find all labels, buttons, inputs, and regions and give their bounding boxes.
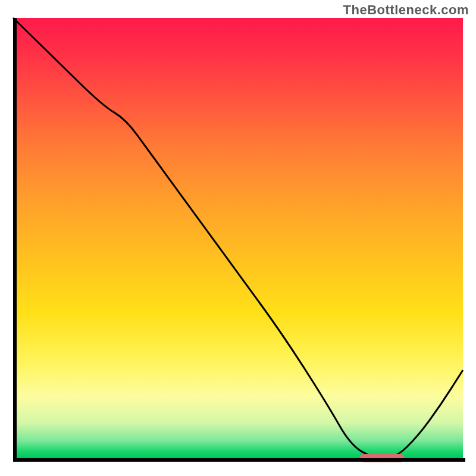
plot-area: [13, 18, 463, 458]
x-axis: [13, 458, 465, 462]
bottleneck-curve-path: [13, 18, 463, 458]
watermark-text: TheBottleneck.com: [343, 2, 469, 18]
curve-layer: [13, 18, 463, 458]
bottleneck-chart: TheBottleneck.com: [0, 0, 476, 476]
y-axis: [13, 18, 17, 462]
